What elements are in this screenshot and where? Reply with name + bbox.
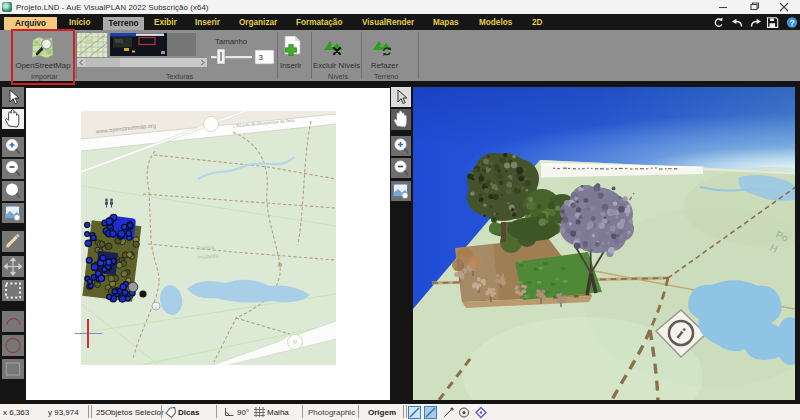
svg-text:?: ? — [789, 18, 794, 28]
svg-text:Parque: Parque — [197, 244, 215, 251]
svg-text:3: 3 — [259, 53, 264, 62]
